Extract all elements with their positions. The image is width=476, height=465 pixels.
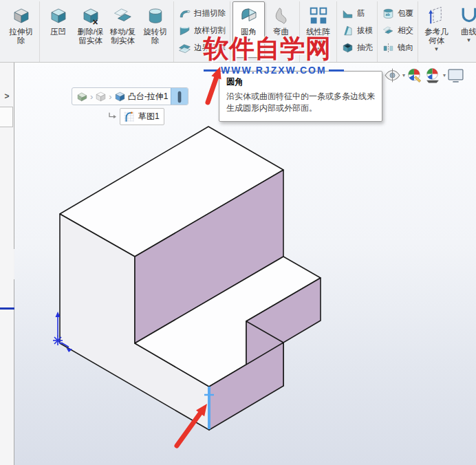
edit-appearance-icon[interactable] (407, 67, 424, 84)
mirror-button[interactable]: 镜向 (380, 39, 415, 56)
sketch-label: 草图1 (138, 111, 160, 122)
breadcrumb-selected-edge[interactable] (171, 88, 188, 105)
delete-keep-body-button[interactable]: ×删除/保 留实体 (74, 1, 107, 58)
fillet-button[interactable]: 圆角▼ (232, 1, 265, 58)
tooltip-title: 圆角 (226, 76, 375, 88)
wrap-icon: ab (382, 7, 395, 20)
move-copy-body-button[interactable]: 移动/复 制实体 (107, 1, 139, 58)
sketch-icon (122, 110, 136, 123)
reference-geometry-icon (426, 6, 447, 26)
extruded-cut-button[interactable]: 拉伸切 除 (5, 1, 37, 58)
flex-icon (271, 6, 292, 26)
button-label: 线性阵 列 (306, 28, 330, 45)
ribbon-group: 参考几 何体▼曲线▼ (418, 1, 476, 62)
linear-pattern-button[interactable]: 线性阵 列▼ (302, 1, 334, 58)
features-ribbon: 拉伸切 除压凹×删除/保 留实体移动/复 制实体旋转切 除扫描切除放样切割边界切… (0, 0, 476, 63)
panel-splitter-line (0, 307, 14, 310)
button-label: 拔模 (357, 25, 373, 36)
fillet-tooltip: 圆角 沿实体或曲面特征中的一条或多条边线来生成圆形内部或外部面。 (219, 71, 382, 122)
ribbon-group: 扫描切除放样切割边界切除 (174, 1, 230, 62)
linear-pattern-icon (308, 6, 329, 26)
move-copy-icon (113, 6, 133, 26)
button-label: 边界切除 (194, 43, 226, 53)
sketch-breadcrumb-row: 草图1 (107, 108, 164, 125)
button-label: 旋转切 除 (143, 28, 167, 45)
elbow-arrow-icon (107, 111, 118, 123)
intersect-button[interactable]: 相交 (380, 22, 415, 39)
boundary-cut-button[interactable]: 边界切除 (176, 39, 228, 56)
button-label: 删除/保 留实体 (78, 28, 104, 45)
sweep-cut-icon (178, 7, 191, 20)
button-label: 镜向 (398, 43, 413, 53)
button-label: 相交 (398, 25, 413, 36)
dropdown-caret-icon[interactable]: ▼ (466, 38, 472, 43)
flex-button[interactable]: 弯曲 (265, 1, 297, 58)
collapsed-panel-box[interactable] (0, 107, 13, 127)
breadcrumb-separator: › (90, 91, 93, 102)
visibility-eye-icon[interactable] (384, 67, 401, 84)
button-label: 移动/复 制实体 (110, 28, 136, 45)
revolved-cut-button[interactable]: 旋转切 除 (139, 1, 171, 58)
ribbon-group: 压凹×删除/保 留实体移动/复 制实体旋转切 除 (40, 1, 174, 62)
button-label: 曲线 (461, 28, 476, 36)
button-label: 压凹 (50, 28, 66, 36)
tooltip-body: 沿实体或曲面特征中的一条或多条边线来生成圆形内部或外部面。 (226, 91, 375, 115)
heads-up-view-toolbar: ▾▾▾ (379, 67, 464, 84)
apply-scene-icon[interactable] (424, 67, 442, 84)
dropdown-caret-icon[interactable]: ▼ (316, 47, 321, 52)
indent-icon (48, 6, 69, 26)
selection-breadcrumb: › › 凸台-拉伸1 (72, 87, 188, 105)
ribbon-group: 圆角▼弯曲 (230, 1, 300, 62)
indent-button[interactable]: 压凹 (42, 1, 74, 58)
solidworks-window: 拉伸切 除压凹×删除/保 留实体移动/复 制实体旋转切 除扫描切除放样切割边界切… (0, 0, 476, 465)
edge-icon (175, 90, 184, 102)
button-label: 圆角 (241, 28, 257, 36)
mirror-icon (382, 41, 395, 54)
curves-button[interactable]: 曲线▼ (453, 1, 476, 58)
shell-button[interactable]: 抽壳 (339, 39, 375, 56)
swept-cut-button[interactable]: 扫描切除 (176, 5, 228, 22)
ribbon-group: 线性阵 列▼ (300, 1, 337, 62)
dropdown-caret-icon[interactable]: ▼ (434, 47, 440, 52)
boundary-cut-icon (178, 41, 191, 54)
rib-button[interactable]: 筋 (339, 5, 375, 22)
svg-text:ab: ab (386, 12, 391, 17)
button-label: 拉伸切 除 (9, 28, 33, 45)
dropdown-caret[interactable]: ▾ (402, 72, 406, 78)
dropdown-caret-icon[interactable]: ▼ (246, 38, 252, 43)
graphics-viewport[interactable] (14, 63, 476, 465)
shell-icon (341, 41, 354, 54)
button-label: 放样切割 (194, 25, 226, 36)
revolve-cut-icon (145, 6, 166, 26)
feature-icon[interactable] (113, 90, 127, 103)
loft-cut-icon (178, 24, 191, 37)
button-label: 参考几 何体 (424, 28, 448, 45)
wrap-button[interactable]: ab包覆 (380, 5, 415, 22)
breadcrumb-separator: › (109, 91, 111, 102)
curve-icon (459, 6, 476, 26)
reference-geometry-button[interactable]: 参考几 何体▼ (420, 1, 453, 58)
breadcrumb-feature-label[interactable]: 凸台-拉伸1 (128, 91, 169, 102)
button-label: 筋 (357, 8, 365, 19)
button-label: 包覆 (398, 8, 413, 19)
button-label: 弯曲 (273, 28, 289, 36)
body-icon[interactable] (94, 90, 107, 103)
draft-button[interactable]: 拔模 (339, 22, 375, 39)
rib-icon (341, 7, 354, 20)
part-icon[interactable] (76, 90, 89, 103)
ribbon-group: 筋拔模抽壳 (337, 1, 378, 62)
button-label: 扫描切除 (194, 8, 226, 19)
ribbon-group: ab包覆相交镜向 (378, 1, 418, 62)
extrude-cut-icon (11, 6, 32, 26)
ribbon-group: 拉伸切 除 (3, 1, 40, 62)
draft-icon (341, 24, 354, 37)
delete-body-icon: × (80, 6, 101, 26)
sketch-item[interactable]: 草图1 (120, 108, 164, 125)
lofted-cut-button[interactable]: 放样切割 (176, 22, 228, 39)
button-label: 抽壳 (357, 43, 373, 53)
expand-panel-chevron[interactable]: > (1, 91, 12, 102)
fillet-icon (239, 6, 259, 26)
svg-text:×: × (92, 17, 98, 26)
view-settings-icon[interactable] (447, 67, 464, 84)
dropdown-caret[interactable]: ▾ (442, 72, 446, 78)
